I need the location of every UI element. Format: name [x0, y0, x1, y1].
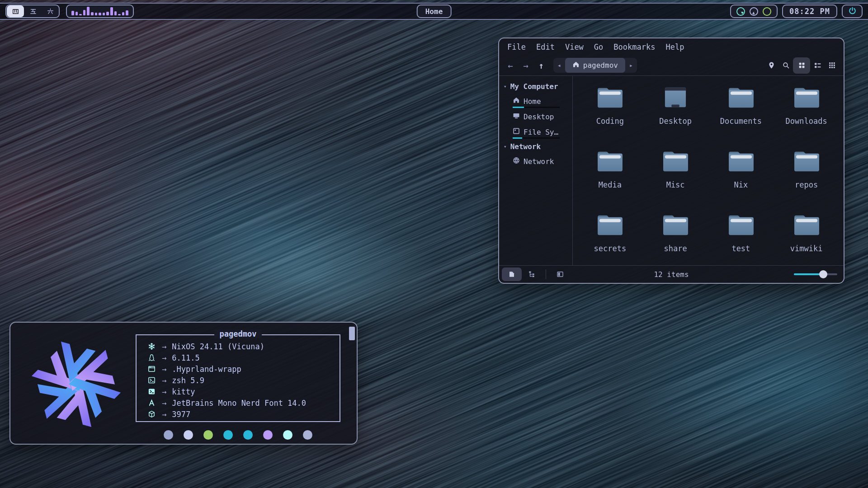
menu-item-bookmarks[interactable]: Bookmarks: [613, 42, 655, 52]
fastfetch-box: pagedmov →NixOS 24.11 (Vicuna)→6.11.5→.H…: [136, 334, 340, 422]
icon-size-slider[interactable]: [794, 270, 837, 278]
nixos-logo: [23, 332, 129, 436]
sidebar-item-file-sy-[interactable]: File Sy…: [499, 124, 572, 140]
location-pin-icon[interactable]: [764, 58, 778, 73]
path-bar: ◂ pagedmov ▸: [553, 58, 637, 73]
folder-icon: [661, 150, 690, 175]
folder-icon: [792, 213, 821, 239]
toggle-sidebar-button[interactable]: [550, 267, 570, 281]
file-manager-window: FileEditViewGoBookmarksHelp ← → ↑ ◂ page…: [498, 38, 844, 284]
gauge-temperature: [763, 7, 771, 16]
folder-media[interactable]: Media: [577, 146, 643, 210]
forward-button[interactable]: →: [518, 58, 533, 73]
compact-view-toggle[interactable]: [825, 58, 839, 73]
workspace-2[interactable]: [24, 5, 42, 17]
visualizer-bar: [79, 14, 82, 15]
folder-repos[interactable]: repos: [774, 146, 839, 210]
home-icon: [572, 61, 580, 70]
active-window-title[interactable]: Home: [417, 5, 452, 18]
path-scroll-right-icon[interactable]: ▸: [625, 62, 637, 69]
wm-icon: [146, 365, 157, 373]
folder-secrets[interactable]: secrets: [577, 210, 643, 273]
folder-label: Documents: [720, 117, 762, 126]
tree-pane-button[interactable]: [522, 267, 542, 281]
sidebar-item-label: Desktop: [524, 113, 554, 121]
terminal-window: pagedmov →NixOS 24.11 (Vicuna)→6.11.5→.H…: [9, 322, 358, 445]
menu-item-view[interactable]: View: [565, 42, 584, 52]
sidebar-item-network[interactable]: Network: [499, 154, 572, 169]
palette-dot-7: [303, 430, 312, 440]
arrow-icon: →: [162, 410, 166, 419]
workspace-1-active[interactable]: [7, 5, 24, 17]
slider-knob[interactable]: [819, 270, 827, 278]
folder-label: test: [731, 244, 750, 253]
status-separator: [546, 269, 546, 279]
folder-vimwiki[interactable]: vimwiki: [774, 210, 839, 273]
sidebar-item-home[interactable]: Home: [499, 94, 572, 109]
gauge-cpu-fill: [738, 9, 744, 14]
fetch-row-wm: →.Hyprland-wrapp: [146, 363, 340, 375]
folder-test[interactable]: test: [708, 210, 774, 273]
palette-dot-6: [283, 430, 292, 440]
fetch-value: NixOS 24.11 (Vicuna): [172, 342, 264, 351]
folder-label: Desktop: [659, 117, 692, 126]
places-pane-button[interactable]: [502, 267, 522, 281]
visualizer-bar: [126, 10, 128, 15]
folder-documents[interactable]: Documents: [708, 82, 774, 146]
search-icon[interactable]: [778, 58, 793, 73]
folder-downloads[interactable]: Downloads: [774, 82, 839, 146]
folder-icon: [595, 86, 624, 111]
item-count-label: 12 items: [654, 270, 689, 279]
fetch-hostname: pagedmov: [214, 329, 262, 338]
folder-icon: [726, 213, 755, 239]
audio-visualizer: [66, 5, 134, 18]
palette-dot-3: [223, 430, 233, 440]
folder-share[interactable]: share: [643, 210, 708, 273]
folder-label: Downloads: [786, 117, 827, 126]
menu-item-go[interactable]: Go: [594, 42, 603, 52]
fetch-row-nixos: →NixOS 24.11 (Vicuna): [146, 341, 340, 352]
up-button[interactable]: ↑: [533, 58, 549, 73]
shell-icon: [146, 376, 157, 384]
fetch-rows: →NixOS 24.11 (Vicuna)→6.11.5→.Hyprland-w…: [137, 335, 340, 420]
visualizer-bar: [83, 10, 86, 15]
sidebar-item-label: File Sy…: [524, 128, 558, 136]
power-icon: [848, 6, 857, 17]
path-scroll-left-icon[interactable]: ◂: [553, 62, 565, 69]
folder-nix[interactable]: Nix: [708, 146, 774, 210]
folder-desktop[interactable]: Desktop: [643, 82, 708, 146]
list-view-toggle[interactable]: [810, 58, 825, 73]
folder-icon: [726, 150, 755, 175]
menu-item-file[interactable]: File: [507, 42, 526, 52]
sidebar-section-label: Network: [510, 142, 541, 151]
folder-label: repos: [795, 180, 818, 189]
folder-icon: [792, 86, 821, 111]
folder-misc[interactable]: Misc: [643, 146, 708, 210]
clock-label: 08:22 PM: [789, 7, 830, 16]
visualizer-bar: [95, 13, 98, 15]
menu-item-edit[interactable]: Edit: [536, 42, 555, 52]
folder-coding[interactable]: Coding: [577, 82, 643, 146]
power-button[interactable]: [842, 5, 863, 18]
workspace-3[interactable]: [42, 5, 59, 17]
arrow-icon: →: [162, 365, 166, 374]
visualizer-bar: [114, 11, 117, 15]
icon-view-toggle[interactable]: [793, 57, 810, 74]
visualizer-bar: [106, 12, 109, 15]
clock[interactable]: 08:22 PM: [782, 5, 837, 18]
sidebar-item-label: Network: [524, 157, 554, 166]
sidebar-section-my-computer[interactable]: ▾My Computer: [499, 80, 572, 94]
back-button[interactable]: ←: [503, 58, 518, 73]
system-gauges: [730, 5, 778, 18]
menu-item-help[interactable]: Help: [665, 42, 684, 52]
file-manager-body: ▾My ComputerHomeDesktopFile Sy…▾NetworkN…: [499, 76, 844, 265]
sidebar-section-network[interactable]: ▾Network: [499, 140, 572, 154]
path-segment-home[interactable]: pagedmov: [565, 58, 625, 73]
sidebar-item-desktop[interactable]: Desktop: [499, 109, 572, 124]
palette-dot-2: [203, 430, 213, 440]
folder-label: Nix: [734, 180, 748, 189]
palette-dot-0: [164, 430, 173, 440]
gauge-memory: [750, 7, 758, 16]
desktop-icon: [513, 112, 520, 121]
collapse-triangle-icon: ▾: [504, 144, 507, 150]
